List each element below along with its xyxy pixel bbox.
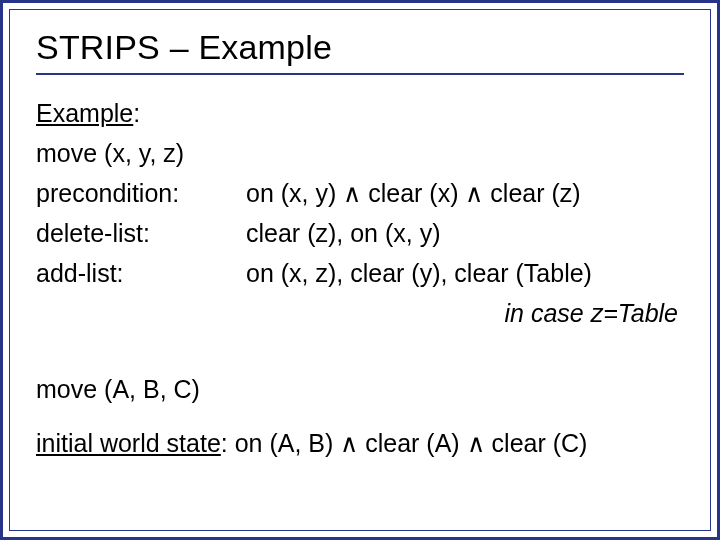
instance-line: move (A, B, C) bbox=[36, 369, 684, 409]
add-value: on (x, z), clear (y), clear (Table) bbox=[246, 253, 684, 293]
add-note: in case z=Table bbox=[36, 293, 684, 333]
spacer bbox=[36, 333, 684, 369]
delete-value: clear (z), on (x, y) bbox=[246, 213, 684, 253]
slide-title: STRIPS – Example bbox=[36, 28, 684, 67]
precondition-value: on (x, y) ∧ clear (x) ∧ clear (z) bbox=[246, 173, 684, 213]
delete-row: delete-list: clear (z), on (x, y) bbox=[36, 213, 684, 253]
title-underline bbox=[36, 73, 684, 75]
delete-label: delete-list: bbox=[36, 213, 246, 253]
initial-state-label: initial world state bbox=[36, 429, 221, 457]
example-colon: : bbox=[133, 99, 140, 127]
precondition-row: precondition: on (x, y) ∧ clear (x) ∧ cl… bbox=[36, 173, 684, 213]
add-row: add-list: on (x, z), clear (y), clear (T… bbox=[36, 253, 684, 293]
initial-state-line: initial world state: on (A, B) ∧ clear (… bbox=[36, 423, 684, 463]
slide-frame: STRIPS – Example Example: move (x, y, z)… bbox=[0, 0, 720, 540]
initial-state-value: : on (A, B) ∧ clear (A) ∧ clear (C) bbox=[221, 429, 588, 457]
slide-body: Example: move (x, y, z) precondition: on… bbox=[36, 93, 684, 463]
example-label: Example bbox=[36, 99, 133, 127]
add-label: add-list: bbox=[36, 253, 246, 293]
precondition-label: precondition: bbox=[36, 173, 246, 213]
spacer-2 bbox=[36, 409, 684, 423]
example-heading: Example: bbox=[36, 93, 684, 133]
slide-inner: STRIPS – Example Example: move (x, y, z)… bbox=[9, 9, 711, 531]
operator-line: move (x, y, z) bbox=[36, 133, 684, 173]
